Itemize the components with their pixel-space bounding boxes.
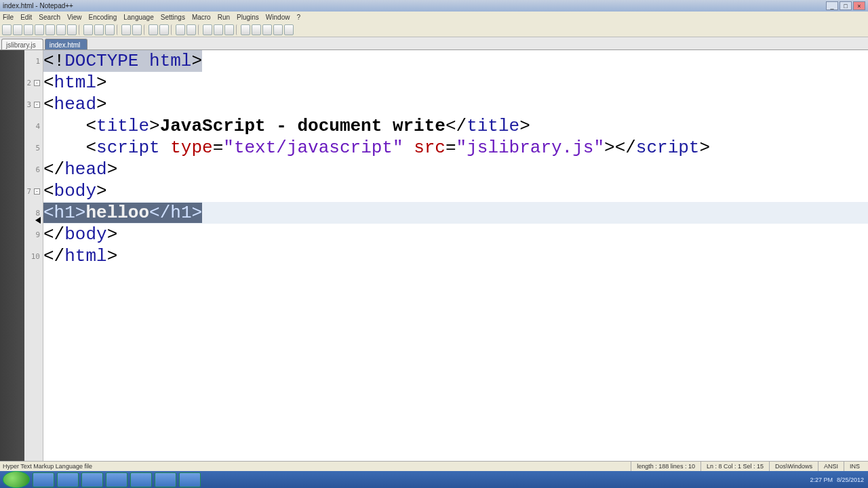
- menu-edit[interactable]: Edit: [20, 14, 32, 21]
- menu-macro[interactable]: Macro: [192, 14, 211, 21]
- menu-help[interactable]: ?: [296, 14, 300, 21]
- taskbar-item[interactable]: [81, 472, 103, 487]
- macro-stop-icon[interactable]: [252, 24, 261, 35]
- code-line: </body>: [43, 224, 868, 245]
- zoom-in-icon[interactable]: [176, 24, 185, 35]
- line-number: 2: [26, 79, 31, 87]
- tray-time: 2:27 PM: [810, 476, 833, 483]
- print-icon[interactable]: [67, 24, 77, 35]
- menu-search[interactable]: Search: [39, 14, 60, 21]
- status-ovr: INS: [844, 462, 865, 471]
- tabstrip: jslibrary.js index.html: [0, 37, 868, 49]
- status-eol: Dos\Windows: [769, 462, 818, 471]
- menu-view[interactable]: View: [67, 14, 82, 21]
- fold-icon[interactable]: -: [34, 102, 40, 108]
- taskbar-item[interactable]: [179, 472, 201, 487]
- taskbar-item[interactable]: [130, 472, 152, 487]
- gutter: 1 2- 3- 4 5 6 7- 8 9 10: [0, 50, 43, 461]
- code-line: <h1>helloo</h1>: [43, 202, 868, 224]
- line-number: 10: [31, 252, 40, 261]
- line-number: 8: [35, 209, 40, 218]
- menu-encoding[interactable]: Encoding: [89, 14, 117, 21]
- macro-save-icon[interactable]: [284, 24, 294, 35]
- status-position: Ln : 8 Col : 1 Sel : 15: [701, 462, 769, 471]
- separator-icon: [79, 24, 81, 35]
- line-number: 9: [35, 230, 40, 239]
- fold-icon[interactable]: -: [34, 188, 40, 195]
- code-line: </html>: [43, 245, 868, 267]
- tray-date: 8/25/2012: [837, 476, 864, 483]
- menu-settings[interactable]: Settings: [161, 14, 185, 21]
- close-button[interactable]: ×: [853, 1, 865, 10]
- code-line: <title>JavaScript - document write</titl…: [43, 115, 868, 137]
- zoom-out-icon[interactable]: [186, 24, 196, 35]
- line-number: 5: [35, 144, 40, 152]
- menu-run[interactable]: Run: [218, 14, 230, 21]
- new-file-icon[interactable]: [2, 24, 12, 35]
- code-line: </head>: [43, 159, 868, 180]
- find-icon[interactable]: [149, 24, 158, 35]
- code-line: <!DOCTYPE html>: [43, 50, 868, 72]
- menubar: File Edit Search View Encoding Language …: [0, 12, 868, 22]
- separator-icon: [117, 24, 119, 35]
- replace-icon[interactable]: [159, 24, 169, 35]
- start-button[interactable]: [3, 471, 30, 488]
- status-encoding: ANSI: [818, 462, 844, 471]
- system-tray[interactable]: 2:27 PM 8/25/2012: [806, 473, 868, 487]
- toolbar: [0, 22, 868, 37]
- status-length: length : 188 lines : 10: [631, 462, 701, 471]
- taskbar-item[interactable]: [106, 472, 127, 487]
- close-file-icon[interactable]: [45, 24, 55, 35]
- tab-active[interactable]: index.html: [45, 39, 88, 49]
- taskbar-item[interactable]: [57, 472, 79, 487]
- window-title: index.html - Notepad++: [3, 2, 73, 9]
- app-window: index.html - Notepad++ _ □ × File Edit S…: [0, 0, 868, 471]
- line-number: 1: [35, 57, 40, 66]
- code-line: <html>: [43, 72, 868, 94]
- paste-icon[interactable]: [105, 24, 115, 35]
- copy-icon[interactable]: [94, 24, 104, 35]
- separator-icon: [171, 24, 174, 35]
- line-number: 6: [35, 165, 40, 174]
- macro-repeat-icon[interactable]: [273, 24, 283, 35]
- wordwrap-icon[interactable]: [203, 24, 212, 35]
- save-all-icon[interactable]: [35, 24, 44, 35]
- menu-window[interactable]: Window: [266, 14, 290, 21]
- show-chars-icon[interactable]: [214, 24, 223, 35]
- indent-guide-icon[interactable]: [224, 24, 234, 35]
- line-number: 7: [26, 187, 31, 196]
- menu-language[interactable]: Language: [123, 14, 154, 21]
- undo-icon[interactable]: [121, 24, 131, 35]
- status-language: Hyper Text Markup Language file: [3, 462, 631, 471]
- tab-label: index.html: [50, 41, 81, 49]
- tab-inactive[interactable]: jslibrary.js: [1, 39, 43, 49]
- editor-area: 1 2- 3- 4 5 6 7- 8 9 10 <!DOCTYPE html> …: [0, 49, 868, 461]
- menu-file[interactable]: File: [3, 14, 14, 21]
- redo-icon[interactable]: [132, 24, 142, 35]
- close-all-icon[interactable]: [56, 24, 66, 35]
- open-file-icon[interactable]: [13, 24, 22, 35]
- statusbar: Hyper Text Markup Language file length :…: [0, 461, 868, 471]
- macro-record-icon[interactable]: [241, 24, 250, 35]
- cut-icon[interactable]: [83, 24, 93, 35]
- fold-icon[interactable]: -: [34, 80, 40, 86]
- line-number: 4: [35, 122, 40, 131]
- menu-plugins[interactable]: Plugins: [237, 14, 259, 21]
- macro-play-icon[interactable]: [262, 24, 272, 35]
- taskbar-item[interactable]: [155, 472, 176, 487]
- line-number: 3: [26, 100, 31, 109]
- tab-label: jslibrary.js: [6, 41, 36, 49]
- taskbar-item[interactable]: [33, 472, 54, 487]
- insertion-arrow-icon: [35, 217, 41, 224]
- separator-icon: [236, 24, 239, 35]
- code-line: <head>: [43, 94, 868, 115]
- save-icon[interactable]: [24, 24, 33, 35]
- titlebar[interactable]: index.html - Notepad++ _ □ ×: [0, 0, 868, 12]
- minimize-button[interactable]: _: [826, 1, 838, 10]
- separator-icon: [198, 24, 201, 35]
- code-line: <body>: [43, 180, 868, 202]
- maximize-button[interactable]: □: [840, 1, 852, 10]
- code-editor[interactable]: <!DOCTYPE html> <html> <head> <title>Jav…: [43, 50, 868, 461]
- code-line: <script type="text/javascript" src="jsli…: [43, 137, 868, 159]
- os-taskbar: 2:27 PM 8/25/2012: [0, 471, 868, 488]
